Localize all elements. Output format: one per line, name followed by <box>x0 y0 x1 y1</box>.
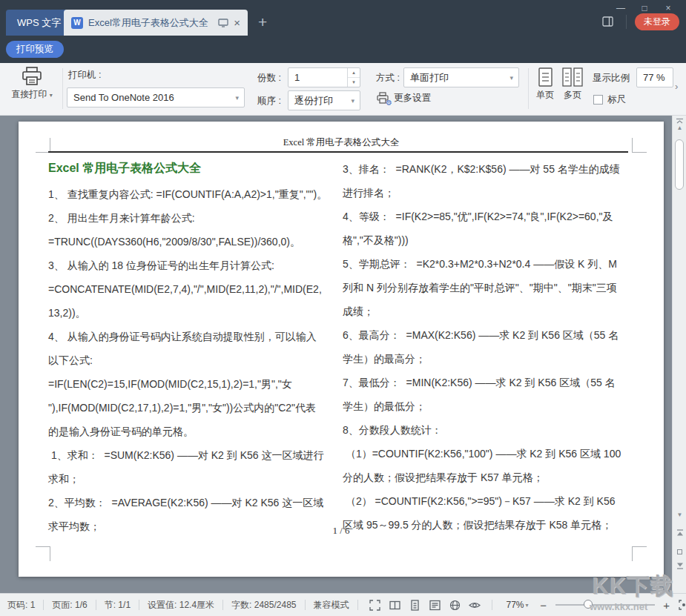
left-column-lines: 1、 查找重复内容公式: =IF(COUNTIF(A:A,A2)>1,"重复",… <box>48 182 334 538</box>
printer-gear-icon: ⚙ <box>376 92 389 105</box>
document-text-line: 列和 N 列分别存放着学生的"平时总评"、"期中"、"期末"三项 <box>343 276 633 299</box>
status-separator <box>43 600 44 610</box>
more-settings-label: 更多设置 <box>394 92 431 105</box>
select-page-icon[interactable] <box>677 549 682 554</box>
page-view-icon[interactable] <box>405 600 425 611</box>
status-item[interactable]: 设置值: 12.4厘米 <box>146 599 216 612</box>
login-button[interactable]: 未登录 <box>635 13 679 30</box>
document-text-line: 以下公式: <box>48 348 334 372</box>
right-column-lines: 3、排名： =RANK(K2，K$2:K$56) ——对 55 名学生的成绩进行… <box>343 157 633 537</box>
titlebar-separator <box>626 15 627 29</box>
copies-value: 1 <box>288 72 300 83</box>
document-text-line: 2、平均数： =AVERAGE(K2:K56) ——对 K2 K56 这一区域 <box>48 491 334 514</box>
status-bar: 页码: 1 页面: 1/6 节: 1/1 设置值: 12.4厘米 字数: 248… <box>0 593 686 616</box>
next-page-icon[interactable] <box>673 562 686 569</box>
method-select[interactable]: 单面打印 ▾ <box>403 67 519 87</box>
chevron-down-icon: ▾ <box>509 74 518 82</box>
app-tab-label: WPS 文字 <box>17 16 61 30</box>
status-item[interactable]: 页码: 1 <box>6 599 36 612</box>
multi-page-label: 多页 <box>559 89 586 102</box>
toolbar-expand-icon[interactable]: › <box>675 81 678 92</box>
document-text-line: 13,2))。 <box>48 301 334 325</box>
scroll-up-icon[interactable]: ▲ <box>673 125 686 131</box>
margin-mark <box>632 546 647 561</box>
gear-icon: ⚙ <box>386 99 392 107</box>
wps-writer-icon: W <box>71 17 83 29</box>
minimize-icon[interactable]: — <box>609 1 633 15</box>
print-preview-button[interactable]: 打印预览 <box>6 41 64 58</box>
document-text-line: "),IF(MOD(MID(C2,17,1),2)=1,"男","女"))公式内… <box>48 396 334 420</box>
spinner-down-icon[interactable]: ▾ <box>348 78 360 87</box>
status-item[interactable]: 页面: 1/6 <box>50 599 88 612</box>
outline-view-icon[interactable] <box>425 600 445 611</box>
zoom-percent-value[interactable]: 77% <box>507 600 524 610</box>
document-text-line: =IF(LEN(C2)=15,IF(MOD(MID(C2,15,1),2)=1,… <box>48 372 334 396</box>
status-item[interactable]: 兼容模式 <box>312 599 351 612</box>
document-text-line: 5、学期总评： =K2*0.3+M2*0.3+N2*0.4 ——假设 K 列、M <box>343 252 633 276</box>
status-separator <box>222 600 223 610</box>
copies-label: 份数 : <box>257 72 281 85</box>
document-title: Excel 常用电子表格公式大全 <box>48 157 334 182</box>
preview-canvas: Excel 常用电子表格公式大全 Excel 常用电子表格公式大全 1、 查找重… <box>0 116 686 593</box>
order-select[interactable]: 逐份打印 ▾ <box>288 90 360 110</box>
document-text-line: 进行排名； <box>343 181 633 205</box>
copies-stepper[interactable]: 1 ▴ ▾ <box>288 67 360 87</box>
zoom-ratio-value: 77 % <box>637 72 665 83</box>
kk-download-watermark: KK下载 <box>592 571 674 602</box>
document-right-column: 3、排名： =RANK(K2，K$2:K$56) ——对 55 名学生的成绩进行… <box>343 157 633 537</box>
previous-page-icon[interactable] <box>673 529 686 537</box>
document-text-line: 分的人数；假设把结果存放于 K57 单元格； <box>343 466 633 489</box>
scrollbar-thumb[interactable] <box>675 139 684 190</box>
document-tab-title: Excel常用电子表格公式大全 <box>88 16 213 30</box>
eye-protect-icon[interactable] <box>465 600 485 611</box>
kkx-url-watermark: www.kkx.net <box>590 601 647 612</box>
fit-page-icon[interactable] <box>674 600 686 610</box>
more-settings-button[interactable]: ⚙ 更多设置 <box>376 92 431 105</box>
chevron-down-icon: ▾ <box>235 94 244 102</box>
margin-mark <box>36 546 50 561</box>
checkbox-icon[interactable] <box>593 95 603 105</box>
ruler-checkbox[interactable]: 标尺 <box>593 93 626 106</box>
document-text-line: 4、等级： =IF(K2>=85,"优",IF(K2>=74,"良",IF(K2… <box>343 205 633 228</box>
multi-page-button[interactable]: 多页 <box>559 67 586 102</box>
chevron-down-icon[interactable]: ▾ <box>526 602 529 609</box>
vertical-scrollbar[interactable]: ▲ ▼ <box>672 116 686 593</box>
zoom-ratio-input[interactable]: 77 % <box>636 67 673 87</box>
printer-select[interactable]: Send To OneNote 2016 ▾ <box>67 87 245 107</box>
status-item[interactable]: 字数: 2485/2485 <box>230 599 297 612</box>
spinner-up-icon[interactable]: ▴ <box>348 68 360 78</box>
document-text-line: =TRUNC((DAYS360(H6,"2009/8/30",FALSE))/3… <box>48 230 334 254</box>
web-view-icon[interactable] <box>445 600 465 611</box>
multi-page-icon <box>562 67 583 87</box>
toolbar-separator <box>528 68 529 109</box>
tab-close-icon[interactable]: × <box>234 17 240 28</box>
collapse-toolbar-icon[interactable] <box>673 116 686 125</box>
zoom-out-button[interactable]: − <box>536 599 551 612</box>
tab-monitor-icon[interactable] <box>218 19 228 27</box>
order-label: 顺序 : <box>257 95 281 107</box>
fullscreen-icon[interactable] <box>365 600 385 611</box>
copies-spinner[interactable]: ▴ ▾ <box>347 68 360 87</box>
single-page-button[interactable]: 单页 <box>532 67 558 102</box>
status-separator <box>139 600 139 610</box>
document-tab[interactable]: W Excel常用电子表格公式大全 × <box>64 10 248 36</box>
direct-print-label: 直接打印 <box>11 89 47 99</box>
new-tab-button[interactable]: + <box>258 14 267 30</box>
panel-toggle-icon[interactable] <box>602 16 613 27</box>
document-text-line: 2、 用出生年月来计算年龄公式: <box>48 206 334 230</box>
printer-select-value: Send To OneNote 2016 <box>67 92 174 103</box>
direct-print-button[interactable]: 直接打印 ▾ <box>3 66 61 101</box>
document-text-line: =CONCATENATE(MID(E2,7,4),"/",MID(E2,11,2… <box>48 277 334 301</box>
book-view-icon[interactable] <box>385 600 405 611</box>
document-text-line: 8、分数段人数统计： <box>343 418 633 442</box>
titlebar: WPS 文字 W Excel常用电子表格公式大全 × + — □ × 未登录 打… <box>0 0 686 63</box>
document-text-line: 3、排名： =RANK(K2，K$2:K$56) ——对 55 名学生的成绩 <box>343 157 633 181</box>
status-item[interactable]: 节: 1/1 <box>103 599 132 612</box>
status-separator <box>357 600 358 610</box>
document-text-line: 4、 从输入的身份证号码内让系统自动提取性别，可以输入 <box>48 325 334 348</box>
scroll-down-icon[interactable]: ▼ <box>673 511 686 518</box>
ruler-label: 标尺 <box>607 93 626 106</box>
app-tab-wps[interactable]: WPS 文字 <box>6 10 72 36</box>
document-text-line: 3、 从输入的 18 位身份证号的出生年月计算公式: <box>48 254 334 277</box>
chevron-down-icon: ▾ <box>351 97 360 105</box>
